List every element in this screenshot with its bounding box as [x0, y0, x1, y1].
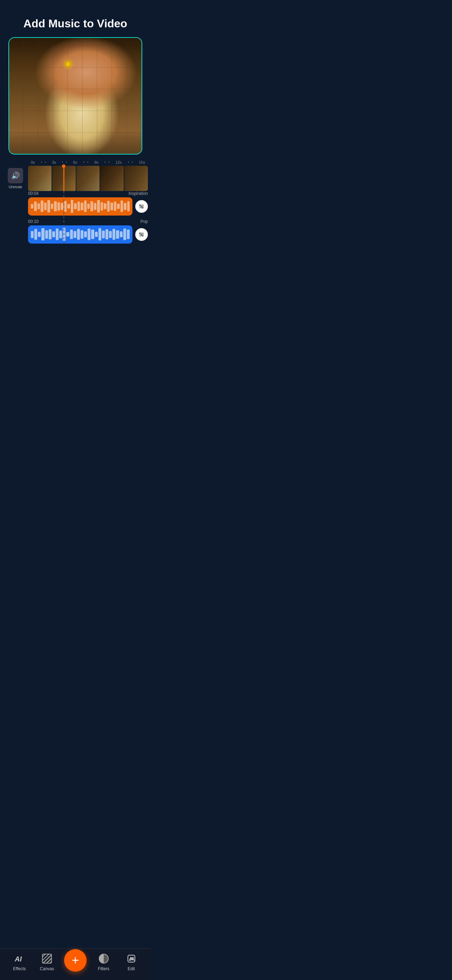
- wbar: [110, 203, 113, 210]
- wbar: [121, 200, 123, 212]
- ruler-dot: [83, 162, 84, 162]
- wbar: [81, 203, 83, 210]
- ruler-dots-2: [56, 162, 73, 162]
- settings-icon: [138, 203, 145, 210]
- wbar: [38, 232, 41, 237]
- video-content: [9, 38, 142, 154]
- page-title: Add Music to Video: [8, 17, 142, 30]
- svg-point-0: [141, 206, 142, 207]
- thumbnail-4: [100, 166, 124, 191]
- video-thumbnails: [28, 166, 148, 191]
- ruler-15s: 15s: [139, 160, 145, 164]
- ruler-dots-5: [122, 162, 139, 162]
- ruler-dot: [108, 162, 109, 162]
- wbar: [71, 200, 73, 213]
- ruler-dot: [66, 162, 67, 162]
- wbar: [49, 229, 51, 239]
- wbar: [95, 232, 98, 237]
- wbar: [63, 228, 65, 241]
- audio-settings-btn-1[interactable]: [135, 200, 148, 213]
- wbar: [31, 204, 33, 208]
- wbar: [109, 231, 112, 238]
- ruler-dot: [132, 162, 133, 162]
- wbar: [100, 202, 103, 211]
- ruler-dots-3: [77, 162, 94, 162]
- svg-point-9: [141, 234, 142, 235]
- audio-waveform-orange[interactable]: [28, 197, 132, 216]
- wbar: [73, 231, 76, 238]
- ruler-12s: 12s: [116, 160, 122, 164]
- thumbnail-5: [124, 166, 148, 191]
- wbar: [114, 202, 116, 211]
- waveform-bars-blue: [31, 225, 130, 243]
- wbar: [38, 203, 40, 210]
- wbar: [41, 228, 44, 240]
- svg-point-3: [140, 204, 141, 206]
- wbar: [59, 231, 62, 238]
- ruler-3s: 3s: [52, 160, 56, 164]
- wbar: [104, 203, 106, 210]
- thumbnail-1: [28, 166, 51, 191]
- wbar: [81, 230, 83, 239]
- wbar: [123, 229, 126, 240]
- audio-track-1-name: Inspiration: [129, 191, 148, 196]
- ruler-dot: [128, 162, 129, 162]
- unmute-button[interactable]: 🔊 Unmute: [3, 168, 28, 189]
- wbar: [97, 200, 100, 212]
- wbar: [47, 200, 50, 212]
- waveform-bars-orange: [31, 197, 130, 216]
- jewelry-accent: [65, 61, 71, 67]
- wbar: [117, 204, 119, 209]
- ruler-9s: 9s: [94, 160, 99, 164]
- audio-track-1-time: 00:04: [28, 191, 38, 196]
- audio-track-2-name: Pop: [140, 219, 148, 224]
- video-canvas: [9, 38, 142, 154]
- video-preview[interactable]: [8, 37, 142, 154]
- audio-settings-btn-2[interactable]: [135, 228, 148, 241]
- svg-point-12: [140, 232, 141, 234]
- wbar: [105, 229, 108, 239]
- wbar: [70, 229, 73, 239]
- audio-track-2-header: 00:10 Pop: [25, 219, 151, 225]
- wbar: [67, 204, 70, 208]
- wbar: [60, 203, 63, 210]
- wbar: [127, 229, 130, 239]
- wbar: [66, 232, 69, 237]
- audio-track-inspiration: 00:04 Inspiration: [0, 191, 151, 216]
- wbar: [44, 203, 46, 210]
- wbar: [102, 231, 105, 238]
- svg-point-15: [142, 235, 143, 237]
- wbar: [84, 200, 86, 212]
- unmute-icon: 🔊: [8, 168, 23, 183]
- ruler-dot: [104, 162, 105, 162]
- wall-texture: [9, 38, 142, 154]
- thumbnail-3: [76, 166, 100, 191]
- wbar: [77, 229, 80, 240]
- audio-track-1-row: [0, 197, 151, 216]
- settings-icon-2: [138, 231, 145, 238]
- ruler-dot: [41, 162, 42, 162]
- timeline-tracks-wrapper: 🔊 Unmute 00:04 Inspiration: [0, 166, 151, 243]
- wbar: [74, 203, 76, 210]
- wbar: [127, 201, 130, 212]
- ruler-dot: [62, 162, 63, 162]
- bottom-spacer: [0, 247, 151, 282]
- timeline-section: 0s 3s 6s 9s 12s 15s: [0, 159, 151, 243]
- wbar: [45, 230, 48, 239]
- wbar: [99, 228, 101, 240]
- audio-waveform-blue[interactable]: [28, 225, 132, 243]
- ruler-dots-1: [35, 162, 52, 162]
- header-section: Add Music to Video: [0, 0, 151, 37]
- wbar: [34, 229, 37, 240]
- wbar: [124, 203, 126, 210]
- video-track-row: 🔊 Unmute: [0, 166, 151, 191]
- wbar: [107, 201, 110, 212]
- wbar: [120, 231, 123, 238]
- ruler-6s: 6s: [73, 160, 78, 164]
- speaker-icon: 🔊: [11, 172, 20, 180]
- audio-track-pop: 00:10 Pop: [0, 219, 151, 243]
- wbar: [78, 202, 80, 211]
- unmute-label: Unmute: [9, 185, 22, 189]
- wbar: [91, 201, 93, 212]
- ruler-dot: [87, 162, 88, 162]
